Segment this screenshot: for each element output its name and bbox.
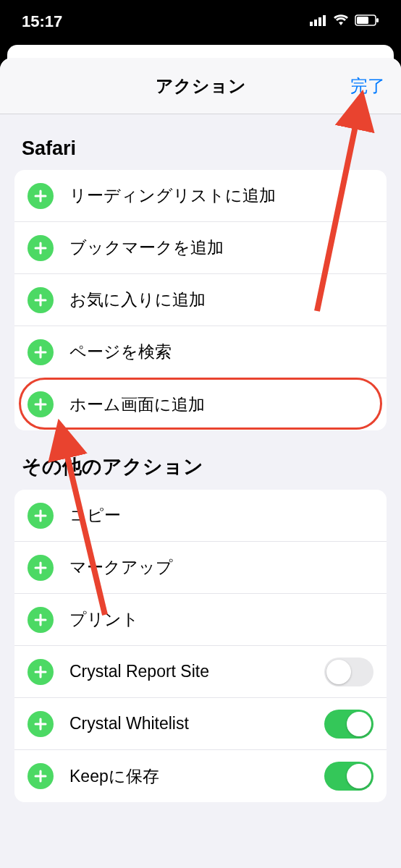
row-add-to-home-screen[interactable]: ホーム画面に追加 — [14, 378, 387, 430]
row-keep-save[interactable]: Keepに保存 — [14, 750, 387, 802]
row-label: プリント — [69, 608, 373, 631]
add-icon[interactable] — [28, 503, 54, 529]
toggle-crystal-whitelist[interactable] — [324, 710, 373, 739]
row-label: Crystal Whitelist — [69, 714, 324, 733]
add-icon[interactable] — [28, 235, 54, 261]
add-icon[interactable] — [28, 339, 54, 365]
add-icon[interactable] — [28, 183, 54, 209]
section-header-other: その他のアクション — [0, 430, 401, 490]
toggle-crystal-report[interactable] — [324, 658, 373, 686]
add-icon[interactable] — [28, 607, 54, 633]
row-label: お気に入りに追加 — [69, 289, 373, 311]
add-icon[interactable] — [28, 555, 54, 581]
section-header-safari: Safari — [0, 114, 401, 170]
cellular-icon — [310, 14, 327, 29]
wifi-icon — [333, 14, 349, 29]
svg-rect-0 — [310, 22, 313, 26]
toggle-keep[interactable] — [324, 762, 373, 791]
add-icon[interactable] — [28, 391, 54, 417]
row-label: リーディングリストに追加 — [69, 184, 373, 207]
status-time: 15:17 — [22, 12, 62, 31]
sheet-content: Safari リーディングリストに追加 ブックマークを追加 お気に入りに追加 ペ… — [0, 114, 401, 817]
row-crystal-report-site[interactable]: Crystal Report Site — [14, 646, 387, 698]
safari-list: リーディングリストに追加 ブックマークを追加 お気に入りに追加 ページを検索 ホ… — [14, 170, 387, 430]
row-add-bookmark[interactable]: ブックマークを追加 — [14, 222, 387, 274]
row-label: マークアップ — [69, 556, 373, 579]
row-label: ホーム画面に追加 — [69, 393, 373, 416]
other-list: コピー マークアップ プリント Crystal Report Site — [14, 490, 387, 802]
svg-rect-6 — [376, 18, 379, 22]
svg-rect-3 — [323, 15, 326, 26]
row-label: Keepに保存 — [69, 765, 324, 788]
add-icon[interactable] — [28, 763, 54, 789]
sheet-title: アクション — [156, 75, 246, 98]
row-find-on-page[interactable]: ページを検索 — [14, 326, 387, 378]
battery-icon — [355, 14, 379, 29]
actions-sheet: アクション 完了 Safari リーディングリストに追加 ブックマークを追加 お… — [0, 58, 401, 868]
row-add-favorites[interactable]: お気に入りに追加 — [14, 274, 387, 326]
add-icon[interactable] — [28, 711, 54, 737]
row-label: コピー — [69, 504, 373, 527]
row-markup[interactable]: マークアップ — [14, 542, 387, 594]
done-button[interactable]: 完了 — [350, 75, 385, 98]
status-icons — [310, 14, 379, 29]
add-icon[interactable] — [28, 659, 54, 685]
add-icon[interactable] — [28, 287, 54, 313]
svg-rect-1 — [314, 20, 317, 26]
row-reading-list[interactable]: リーディングリストに追加 — [14, 170, 387, 222]
sheet-header: アクション 完了 — [0, 58, 401, 114]
row-label: Crystal Report Site — [69, 662, 324, 681]
row-copy[interactable]: コピー — [14, 490, 387, 542]
row-print[interactable]: プリント — [14, 594, 387, 646]
svg-rect-2 — [318, 17, 321, 26]
row-label: ページを検索 — [69, 341, 373, 363]
row-label: ブックマークを追加 — [69, 237, 373, 259]
status-bar: 15:17 — [0, 0, 401, 43]
row-crystal-whitelist[interactable]: Crystal Whitelist — [14, 698, 387, 750]
svg-rect-5 — [357, 17, 368, 24]
